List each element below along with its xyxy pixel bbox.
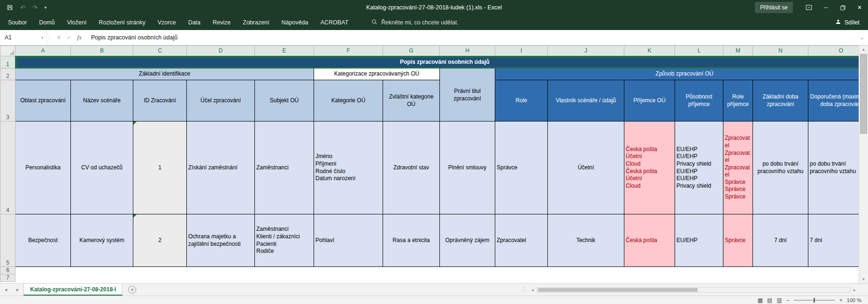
cell-f2[interactable]: Kategorizace zpracovávaných OÚ [314, 68, 440, 80]
column-header-k[interactable]: K [624, 46, 675, 56]
zoom-out-icon[interactable]: − [786, 297, 790, 303]
scroll-up-icon[interactable]: ▲ [859, 46, 868, 53]
customize-qat-icon[interactable]: ▾ [45, 6, 47, 10]
column-header-j[interactable]: J [548, 46, 624, 56]
formula-bar-expand-icon[interactable]: ⌄ [856, 35, 868, 41]
zoom-level[interactable]: 100 % [847, 297, 861, 303]
cell-d3[interactable]: Účel zpracování [187, 80, 255, 122]
row-header-2[interactable]: 2 [0, 68, 15, 80]
cell-b3[interactable]: Název scénáře [71, 80, 133, 122]
cell-g5[interactable]: Rasa a etnicita [383, 214, 440, 267]
cell-b5[interactable]: Kamerový systém [71, 214, 133, 267]
cell-d5[interactable]: Ochrana majetku a zajištění bezpečnosti [187, 214, 255, 267]
cell-m5[interactable]: Správce [723, 214, 753, 267]
vertical-scroll-thumb[interactable] [860, 54, 867, 134]
cell-a3[interactable]: Oblast zpracování [15, 80, 71, 122]
column-header-o[interactable]: O [808, 46, 859, 56]
new-sheet-button[interactable]: + [128, 286, 136, 294]
horizontal-scroll-thumb[interactable] [538, 288, 698, 292]
cell-o4[interactable]: po dobu trvání pracovního vztahu [808, 122, 859, 214]
cell-a5[interactable]: Bezpečnost [15, 214, 71, 267]
formula-input[interactable]: Popis zpracování osobních údajů [86, 34, 856, 41]
cell-g4[interactable]: Zdravotní stav [383, 122, 440, 214]
zoom-in-icon[interactable]: + [839, 297, 843, 303]
cell-j4[interactable]: Účetní [548, 122, 624, 214]
cell-f5[interactable]: Pohlaví [314, 214, 383, 267]
tab-scroll-splitter[interactable]: ⋮ [521, 286, 526, 292]
cell-h2[interactable]: Právní titul zpracování [440, 68, 495, 122]
cell-a1[interactable]: Popis zpracování osobních údajů [15, 56, 859, 68]
column-header-h[interactable]: H [440, 46, 495, 56]
column-header-b[interactable]: B [71, 46, 133, 56]
cell-a7[interactable] [15, 274, 859, 282]
cell-k5[interactable]: Česká pošta [624, 214, 675, 267]
cell-b4[interactable]: CV od uchazečů [71, 122, 133, 214]
cell-f4[interactable]: Jméno Příjmení Rodné číslo Datum narozen… [314, 122, 383, 214]
cancel-icon[interactable]: ✕ [54, 34, 64, 41]
cell-a2[interactable]: Základní identifikace [15, 68, 314, 80]
sign-in-button[interactable]: Přihlásit se [755, 2, 793, 13]
cell-e3[interactable]: Subjekt OÚ [255, 80, 314, 122]
scroll-left-icon[interactable]: ◂ [529, 288, 537, 292]
restore-button[interactable] [834, 0, 851, 15]
name-box-dropdown-icon[interactable]: ▾ [41, 36, 43, 40]
cell-g3[interactable]: Zvláštní kategorie OÚ [383, 80, 440, 122]
cell-k4[interactable]: Česká pošta Účetní Cloud Česká pošta Úče… [624, 122, 675, 214]
horizontal-scroll-track[interactable] [537, 287, 851, 293]
view-page-layout-button[interactable]: ▤ [767, 297, 772, 303]
column-header-l[interactable]: L [675, 46, 723, 56]
tab-rozlozeni-stranky[interactable]: Rozložení stránky [92, 15, 151, 30]
row-header-4[interactable]: 4 [0, 122, 15, 214]
column-header-c[interactable]: C [133, 46, 187, 56]
cell-i2[interactable]: Způsob zpracování OÚ [495, 68, 859, 80]
formula-bar-splitter[interactable]: ⋮ [47, 35, 52, 41]
minimize-button[interactable]: ─ [817, 0, 834, 15]
cell-f3[interactable]: Kategorie OÚ [314, 80, 383, 122]
column-header-n[interactable]: N [753, 46, 808, 56]
horizontal-scrollbar[interactable]: ◂ ▸ [529, 284, 859, 296]
view-normal-button[interactable]: ▦ [758, 297, 763, 303]
column-header-i[interactable]: I [495, 46, 548, 56]
sheet-nav-left-icon[interactable]: ◂ [0, 284, 12, 296]
view-page-break-button[interactable]: ▥ [776, 297, 782, 303]
cell-k3[interactable]: Příjemce OÚ [624, 80, 675, 122]
cell-o3[interactable]: Doporučená (maximální) doba zpracování [808, 80, 859, 122]
tab-zobrazeni[interactable]: Zobrazení [237, 15, 275, 30]
insert-function-icon[interactable]: fx [74, 34, 84, 41]
column-header-e[interactable]: E [255, 46, 314, 56]
zoom-slider-knob[interactable] [814, 298, 815, 303]
cell-a4[interactable]: Personalistika [15, 122, 71, 214]
tab-domu[interactable]: Domů [33, 15, 61, 30]
cell-a6[interactable] [15, 267, 859, 274]
enter-icon[interactable]: ✓ [64, 34, 74, 41]
cell-e4[interactable]: Zaměstnanci [255, 122, 314, 214]
select-all-button[interactable] [0, 46, 15, 56]
column-header-d[interactable]: D [187, 46, 255, 56]
tab-acrobat[interactable]: ACROBAT [315, 15, 355, 30]
ribbon-display-options-icon[interactable] [800, 0, 817, 15]
undo-icon[interactable]: ↶ [20, 5, 25, 11]
sheet-nav-right-icon[interactable]: ▸ [12, 284, 23, 296]
row-header-7[interactable]: 7 [0, 274, 15, 282]
column-header-a[interactable]: A [15, 46, 71, 56]
cell-m3[interactable]: Role příjemce [723, 80, 753, 122]
cell-h5[interactable]: Oprávněný zájem [440, 214, 495, 267]
tab-napoveda[interactable]: Nápověda [276, 15, 315, 30]
tab-vzorce[interactable]: Vzorce [152, 15, 182, 30]
column-header-f[interactable]: F [314, 46, 383, 56]
cell-h4[interactable]: Plnění smlouvy [440, 122, 495, 214]
cell-i5[interactable]: Zpracovatel [495, 214, 548, 267]
row-header-1[interactable]: 1 [0, 56, 15, 68]
tab-soubor[interactable]: Soubor [2, 15, 33, 30]
cell-e5[interactable]: Zaměstnanci Klienti / zákazníci Pacienti… [255, 214, 314, 267]
cell-d4[interactable]: Získání zaměstnání [187, 122, 255, 214]
tab-revize[interactable]: Revize [207, 15, 237, 30]
vertical-scrollbar[interactable]: ▲ ▼ [859, 46, 868, 283]
cell-n5[interactable]: 7 dní [753, 214, 808, 267]
scroll-right-icon[interactable]: ▸ [851, 288, 859, 292]
tell-me-search[interactable]: Řekněte mi, co chcete udělat. [371, 19, 459, 26]
share-button[interactable]: Sdílet [835, 19, 860, 26]
cell-c3[interactable]: ID Zracování [133, 80, 187, 122]
column-header-m[interactable]: M [723, 46, 753, 56]
column-header-g[interactable]: G [383, 46, 440, 56]
